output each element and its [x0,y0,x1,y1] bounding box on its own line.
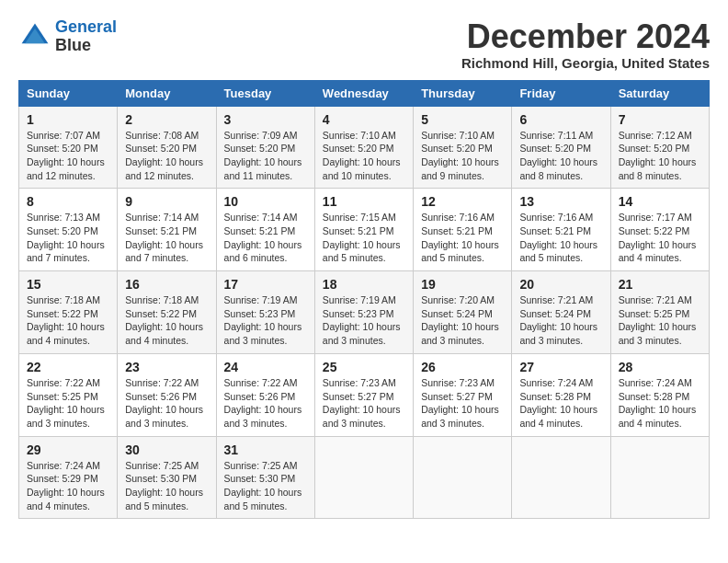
day-sun-info: Sunrise: 7:18 AM Sunset: 5:22 PM Dayligh… [125,293,208,348]
calendar-day-8: 8Sunrise: 7:13 AM Sunset: 5:20 PM Daylig… [19,189,118,271]
calendar-day-14: 14Sunrise: 7:17 AM Sunset: 5:22 PM Dayli… [610,189,709,271]
day-sun-info: Sunrise: 7:16 AM Sunset: 5:21 PM Dayligh… [519,211,602,265]
day-number: 21 [619,277,701,292]
calendar-day-16: 16Sunrise: 7:18 AM Sunset: 5:22 PM Dayli… [118,271,216,354]
day-number: 24 [224,360,307,374]
calendar-day-20: 20Sunrise: 7:21 AM Sunset: 5:24 PM Dayli… [512,271,610,354]
day-sun-info: Sunrise: 7:24 AM Sunset: 5:28 PM Dayligh… [519,376,602,431]
day-sun-info: Sunrise: 7:23 AM Sunset: 5:27 PM Dayligh… [323,376,405,431]
calendar-day-31: 31Sunrise: 7:25 AM Sunset: 5:30 PM Dayli… [216,436,314,519]
day-sun-info: Sunrise: 7:08 AM Sunset: 5:20 PM Dayligh… [125,129,208,183]
calendar-day-1: 1Sunrise: 7:07 AM Sunset: 5:20 PM Daylig… [19,106,118,189]
day-number: 22 [27,360,109,374]
calendar-day-13: 13Sunrise: 7:16 AM Sunset: 5:21 PM Dayli… [512,189,610,271]
day-number: 29 [27,442,109,457]
logo: General Blue [18,18,117,55]
day-sun-info: Sunrise: 7:14 AM Sunset: 5:21 PM Dayligh… [125,211,208,265]
calendar-empty-cell [314,436,413,519]
month-title: December 2024 [461,18,710,55]
day-sun-info: Sunrise: 7:10 AM Sunset: 5:20 PM Dayligh… [323,129,405,183]
day-sun-info: Sunrise: 7:15 AM Sunset: 5:21 PM Dayligh… [323,211,405,265]
day-number: 7 [619,112,701,127]
day-sun-info: Sunrise: 7:21 AM Sunset: 5:25 PM Dayligh… [619,293,701,348]
calendar-day-10: 10Sunrise: 7:14 AM Sunset: 5:21 PM Dayli… [216,189,314,271]
calendar-day-12: 12Sunrise: 7:16 AM Sunset: 5:21 PM Dayli… [414,189,512,271]
calendar-day-11: 11Sunrise: 7:15 AM Sunset: 5:21 PM Dayli… [314,189,413,271]
day-header-saturday: Saturday [610,80,709,106]
day-number: 5 [421,112,504,127]
day-number: 6 [519,112,602,127]
day-sun-info: Sunrise: 7:22 AM Sunset: 5:26 PM Dayligh… [224,376,307,431]
calendar-day-30: 30Sunrise: 7:25 AM Sunset: 5:30 PM Dayli… [118,436,216,519]
day-sun-info: Sunrise: 7:25 AM Sunset: 5:30 PM Dayligh… [125,459,208,513]
day-number: 28 [619,360,701,374]
calendar-day-3: 3Sunrise: 7:09 AM Sunset: 5:20 PM Daylig… [216,106,314,189]
day-number: 23 [125,360,208,374]
calendar-day-26: 26Sunrise: 7:23 AM Sunset: 5:27 PM Dayli… [414,353,512,436]
day-header-wednesday: Wednesday [314,80,413,106]
calendar-week-4: 22Sunrise: 7:22 AM Sunset: 5:25 PM Dayli… [19,353,710,436]
day-sun-info: Sunrise: 7:07 AM Sunset: 5:20 PM Dayligh… [27,129,109,183]
calendar-day-15: 15Sunrise: 7:18 AM Sunset: 5:22 PM Dayli… [19,271,118,354]
day-number: 20 [519,277,602,292]
day-number: 16 [125,277,208,292]
calendar-day-7: 7Sunrise: 7:12 AM Sunset: 5:20 PM Daylig… [610,106,709,189]
logo-icon [18,20,51,53]
calendar-week-1: 1Sunrise: 7:07 AM Sunset: 5:20 PM Daylig… [19,106,710,189]
day-number: 1 [27,112,109,127]
day-sun-info: Sunrise: 7:13 AM Sunset: 5:20 PM Dayligh… [27,211,109,265]
day-number: 18 [323,277,405,292]
day-number: 19 [421,277,504,292]
day-sun-info: Sunrise: 7:11 AM Sunset: 5:20 PM Dayligh… [519,129,602,183]
page-header: General Blue December 2024 Richmond Hill… [18,18,710,71]
title-block: December 2024 Richmond Hill, Georgia, Un… [461,18,710,71]
day-number: 27 [519,360,602,374]
day-number: 26 [421,360,504,374]
day-sun-info: Sunrise: 7:17 AM Sunset: 5:22 PM Dayligh… [619,211,701,265]
calendar-day-25: 25Sunrise: 7:23 AM Sunset: 5:27 PM Dayli… [314,353,413,436]
calendar-day-21: 21Sunrise: 7:21 AM Sunset: 5:25 PM Dayli… [610,271,709,354]
calendar-empty-cell [610,436,709,519]
calendar-empty-cell [414,436,512,519]
calendar-week-3: 15Sunrise: 7:18 AM Sunset: 5:22 PM Dayli… [19,271,710,354]
calendar-day-18: 18Sunrise: 7:19 AM Sunset: 5:23 PM Dayli… [314,271,413,354]
calendar-day-19: 19Sunrise: 7:20 AM Sunset: 5:24 PM Dayli… [414,271,512,354]
day-header-monday: Monday [118,80,216,106]
calendar-day-9: 9Sunrise: 7:14 AM Sunset: 5:21 PM Daylig… [118,189,216,271]
calendar-week-2: 8Sunrise: 7:13 AM Sunset: 5:20 PM Daylig… [19,189,710,271]
day-number: 15 [27,277,109,292]
day-header-tuesday: Tuesday [216,80,314,106]
day-number: 10 [224,194,307,209]
calendar-table: SundayMondayTuesdayWednesdayThursdayFrid… [18,80,710,520]
calendar-day-17: 17Sunrise: 7:19 AM Sunset: 5:23 PM Dayli… [216,271,314,354]
calendar-week-5: 29Sunrise: 7:24 AM Sunset: 5:29 PM Dayli… [19,436,710,519]
day-sun-info: Sunrise: 7:22 AM Sunset: 5:26 PM Dayligh… [125,376,208,431]
day-header-friday: Friday [512,80,610,106]
location: Richmond Hill, Georgia, United States [461,55,710,71]
calendar-day-4: 4Sunrise: 7:10 AM Sunset: 5:20 PM Daylig… [314,106,413,189]
calendar-header-row: SundayMondayTuesdayWednesdayThursdayFrid… [19,80,710,106]
day-number: 12 [421,194,504,209]
calendar-empty-cell [512,436,610,519]
day-number: 4 [323,112,405,127]
day-number: 31 [224,442,307,457]
day-number: 11 [323,194,405,209]
day-number: 9 [125,194,208,209]
calendar-day-28: 28Sunrise: 7:24 AM Sunset: 5:28 PM Dayli… [610,353,709,436]
day-number: 14 [619,194,701,209]
day-number: 8 [27,194,109,209]
day-sun-info: Sunrise: 7:25 AM Sunset: 5:30 PM Dayligh… [224,459,307,513]
day-sun-info: Sunrise: 7:24 AM Sunset: 5:28 PM Dayligh… [619,376,701,431]
day-sun-info: Sunrise: 7:12 AM Sunset: 5:20 PM Dayligh… [619,129,701,183]
day-sun-info: Sunrise: 7:23 AM Sunset: 5:27 PM Dayligh… [421,376,504,431]
day-sun-info: Sunrise: 7:18 AM Sunset: 5:22 PM Dayligh… [27,293,109,348]
calendar-day-29: 29Sunrise: 7:24 AM Sunset: 5:29 PM Dayli… [19,436,118,519]
calendar-day-5: 5Sunrise: 7:10 AM Sunset: 5:20 PM Daylig… [414,106,512,189]
day-sun-info: Sunrise: 7:19 AM Sunset: 5:23 PM Dayligh… [323,293,405,348]
day-number: 2 [125,112,208,127]
logo-text: General Blue [55,18,117,55]
day-header-thursday: Thursday [414,80,512,106]
calendar-day-24: 24Sunrise: 7:22 AM Sunset: 5:26 PM Dayli… [216,353,314,436]
day-sun-info: Sunrise: 7:20 AM Sunset: 5:24 PM Dayligh… [421,293,504,348]
day-number: 30 [125,442,208,457]
